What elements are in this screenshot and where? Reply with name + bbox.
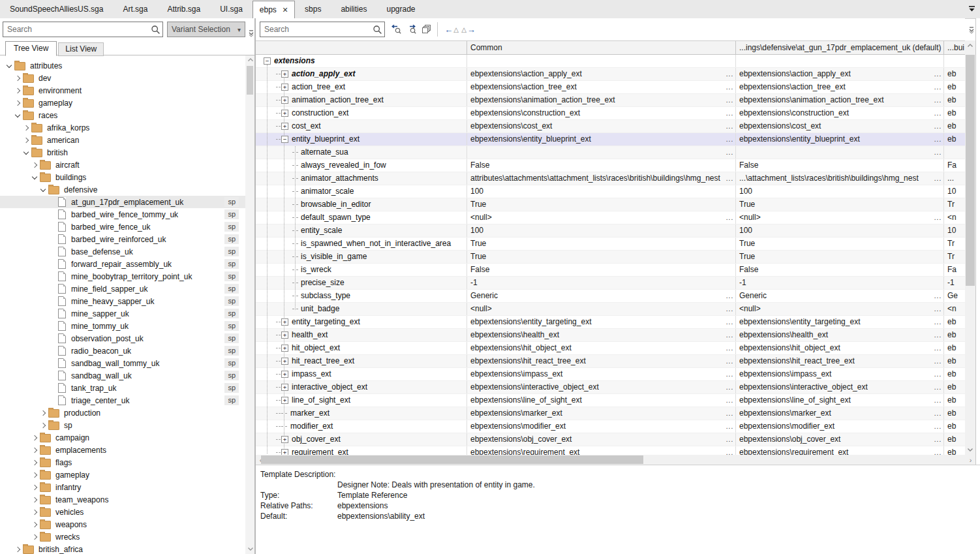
grid-cell-variant[interactable]: <null>...	[736, 211, 944, 224]
ellipsis-button[interactable]: ...	[933, 69, 943, 80]
grid-cell-overflow[interactable]: eb	[944, 407, 965, 420]
ellipsis-button[interactable]: ...	[725, 108, 735, 119]
collapse-expander-icon[interactable]: −	[281, 136, 288, 143]
grid-cell-common[interactable]: True	[467, 238, 736, 250]
scroll-right-button[interactable]: ›	[966, 455, 975, 465]
grid-row-entity-blueprint-ext[interactable]: −entity_blueprint_extebpextensions\entit…	[256, 133, 965, 146]
grid-cell-overflow[interactable]: eb	[944, 355, 965, 367]
expand-expander-icon[interactable]: +	[281, 70, 288, 78]
ellipsis-button[interactable]: ...	[725, 212, 735, 223]
grid-cell-variant[interactable]: ebpextensions\hit_react_tree_ext...	[736, 355, 944, 367]
chevron-right-icon[interactable]	[29, 523, 40, 527]
grid-cell-overflow[interactable]: eb	[944, 446, 965, 455]
grid-row-obj-cover-ext[interactable]: +obj_cover_extebpextensions\obj_cover_ex…	[256, 433, 965, 446]
ellipsis-button[interactable]: ...	[933, 212, 943, 223]
grid-cell-variant[interactable]: ebpextensions\requirement_ext...	[736, 446, 944, 455]
grid-row-alternate-sua[interactable]: alternate_sua......	[256, 146, 965, 159]
grid-cell-variant[interactable]: True	[736, 251, 944, 263]
ellipsis-button[interactable]: ...	[933, 147, 943, 158]
grid-cell-variant[interactable]: ...	[736, 146, 944, 159]
grid-cell-common[interactable]: attributes\attachments\attachment_lists\…	[467, 172, 736, 185]
grid-cell-variant[interactable]: ebpextensions\health_ext...	[736, 329, 944, 341]
copy-stack-icon[interactable]	[420, 23, 434, 36]
grid-cell-common[interactable]: ebpextensions\cost_ext...	[467, 120, 736, 132]
tree-item-vehicles[interactable]: vehicles	[0, 506, 245, 518]
chevron-right-icon[interactable]	[29, 473, 40, 477]
grid-cell-common[interactable]: ebpextensions\animation_action_tree_ext.…	[467, 94, 736, 106]
grid-row-impass-ext[interactable]: +impass_extebpextensions\impass_ext...eb…	[256, 368, 965, 381]
expand-expander-icon[interactable]: +	[281, 358, 288, 365]
ellipsis-button[interactable]: ...	[725, 343, 735, 354]
ellipsis-button[interactable]: ...	[933, 95, 943, 106]
tree-item-british-africa[interactable]: british_africa	[0, 543, 245, 554]
ellipsis-button[interactable]: ...	[725, 408, 735, 419]
search-icon[interactable]	[148, 25, 162, 35]
tree-item-triage-center-uk[interactable]: triage_center_uksp	[0, 394, 245, 407]
chevron-down-icon[interactable]	[29, 176, 40, 179]
grid-cell-variant[interactable]: <null>...	[736, 303, 944, 315]
grid-row-entity-targeting-ext[interactable]: +entity_targeting_extebpextensions\entit…	[256, 316, 965, 329]
ellipsis-button[interactable]: ...	[933, 369, 943, 380]
tree-item-dev[interactable]: dev	[0, 72, 245, 84]
grid-row-always-revealed-in-fow[interactable]: always_revealed_in_fowFalseFalseFa	[256, 159, 965, 172]
scroll-down-button[interactable]	[965, 444, 975, 455]
find-next-icon[interactable]	[404, 23, 418, 36]
ellipsis-button[interactable]: ...	[933, 316, 943, 328]
grid-row-browsable-in-editor[interactable]: browsable_in_editorTrueTrueTr	[256, 198, 965, 211]
grid-cell-common[interactable]	[467, 55, 736, 67]
grid-header-common[interactable]: Common	[467, 41, 736, 54]
chevron-right-icon[interactable]	[29, 485, 40, 489]
find-previous-icon[interactable]	[389, 23, 403, 36]
grid-search-input[interactable]	[260, 22, 370, 37]
grid-cell-common[interactable]: -1	[467, 277, 736, 289]
grid-cell-variant[interactable]: ebpextensions\action_tree_ext...	[736, 81, 944, 93]
grid-cell-common[interactable]: False	[467, 159, 736, 172]
grid-row-health-ext[interactable]: +health_extebpextensions\health_ext...eb…	[256, 329, 965, 342]
tree-item-sandbag-wall-tommy-uk[interactable]: sandbag_wall_tommy_uksp	[0, 357, 245, 369]
chevron-right-icon[interactable]	[29, 498, 40, 502]
tab-attrib-sga[interactable]: Attrib.sga	[157, 1, 210, 18]
next-difference-icon[interactable]: △→	[460, 23, 477, 36]
tree-item-at-gun-17pdr-emplacement-uk[interactable]: at_gun_17pdr_emplacement_uksp	[0, 196, 245, 208]
ellipsis-button[interactable]: ...	[933, 82, 943, 93]
grid-cell-overflow[interactable]: Tr	[944, 251, 965, 263]
grid-cell-common[interactable]: <null>...	[467, 303, 736, 315]
ellipsis-button[interactable]: ...	[725, 316, 735, 328]
chevron-right-icon[interactable]	[21, 126, 31, 130]
chevron-right-icon[interactable]	[29, 448, 40, 452]
grid-cell-common[interactable]: ebpextensions\interactive_object_ext...	[467, 381, 736, 393]
grid-cell-variant[interactable]: ebpextensions\hit_object_ext...	[736, 342, 944, 354]
grid-cell-overflow[interactable]: eb	[944, 81, 965, 93]
ellipsis-button[interactable]: ...	[933, 434, 943, 445]
grid-cell-variant[interactable]: ebpextensions\cost_ext...	[736, 120, 944, 132]
tree-item-buildings[interactable]: buildings	[0, 171, 245, 183]
grid-cell-overflow[interactable]: eb	[944, 120, 965, 132]
grid-cell-overflow[interactable]: eb	[944, 107, 965, 119]
ellipsis-button[interactable]: ...	[725, 434, 735, 445]
grid-cell-overflow[interactable]: eb	[944, 316, 965, 328]
grid-cell-overflow[interactable]: eb	[944, 420, 965, 433]
grid-cell-common[interactable]: False	[467, 264, 736, 276]
chevron-right-icon[interactable]	[12, 89, 23, 93]
grid-cell-common[interactable]: ebpextensions\action_apply_ext...	[467, 68, 736, 80]
grid-cell-overflow[interactable]: Fa	[944, 264, 965, 276]
grid-row-hit-react-tree-ext[interactable]: +hit_react_tree_extebpextensions\hit_rea…	[256, 355, 965, 368]
tree-item-tank-trap-uk[interactable]: tank_trap_uksp	[0, 382, 245, 394]
grid-cell-overflow[interactable]: eb	[944, 329, 965, 341]
tree-item-american[interactable]: american	[0, 134, 245, 146]
chevron-right-icon[interactable]	[38, 411, 48, 415]
tree-item-barbed-wire-fence-tommy-uk[interactable]: barbed_wire_fence_tommy_uksp	[0, 208, 245, 221]
grid-cell-variant[interactable]: ebpextensions\construction_ext...	[736, 107, 944, 119]
tree-item-gameplay[interactable]: gameplay	[0, 469, 245, 481]
grid-cell-variant[interactable]: 100	[736, 185, 944, 198]
ellipsis-button[interactable]: ...	[725, 421, 735, 432]
ellipsis-button[interactable]: ...	[725, 303, 735, 315]
grid-cell-variant[interactable]: 100	[736, 224, 944, 237]
left-toolbar-overflow-icon[interactable]	[248, 29, 254, 37]
grid-cell-variant[interactable]: ebpextensions\obj_cover_ext...	[736, 433, 944, 446]
collapse-expander-icon[interactable]: −	[264, 57, 271, 65]
tree-item-observation-post-uk[interactable]: observation_post_uksp	[0, 332, 245, 345]
close-icon[interactable]: ×	[283, 5, 288, 14]
scroll-thumb[interactable]	[261, 455, 643, 464]
grid-cell-common[interactable]: 100	[467, 185, 736, 198]
